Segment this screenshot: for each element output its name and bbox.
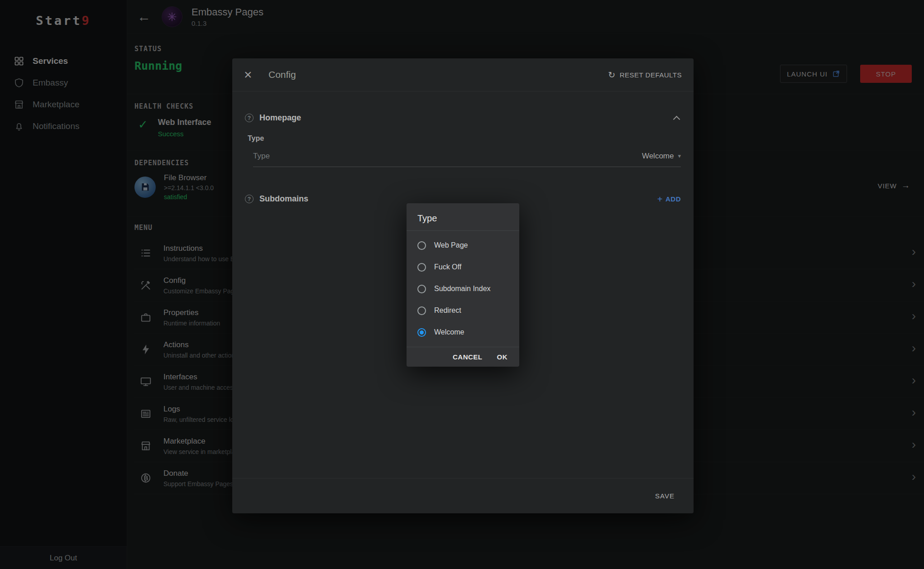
option-welcome[interactable]: Welcome bbox=[407, 321, 519, 343]
radio-icon bbox=[417, 306, 426, 315]
screen: Start9 Services Embassy Marketplace Noti… bbox=[0, 0, 924, 569]
type-options-list: Web Page Fuck Off Subdomain Index Redire… bbox=[407, 231, 519, 347]
option-label: Redirect bbox=[434, 306, 461, 315]
radio-icon bbox=[417, 285, 426, 293]
option-label: Subdomain Index bbox=[434, 285, 491, 293]
option-label: Web Page bbox=[434, 241, 468, 249]
option-fuck-off[interactable]: Fuck Off bbox=[407, 256, 519, 278]
type-dialog: Type Web Page Fuck Off Subdomain Index R… bbox=[407, 203, 519, 367]
option-label: Fuck Off bbox=[434, 263, 461, 271]
option-subdomain-index[interactable]: Subdomain Index bbox=[407, 278, 519, 300]
option-web-page[interactable]: Web Page bbox=[407, 234, 519, 256]
radio-icon bbox=[417, 328, 426, 337]
option-redirect[interactable]: Redirect bbox=[407, 300, 519, 321]
radio-icon bbox=[417, 241, 426, 250]
type-dialog-title: Type bbox=[417, 213, 508, 224]
type-dialog-footer: CANCEL OK bbox=[407, 347, 519, 367]
radio-icon bbox=[417, 263, 426, 272]
ok-button[interactable]: OK bbox=[497, 353, 508, 361]
type-dialog-header: Type bbox=[407, 203, 519, 231]
option-label: Welcome bbox=[434, 328, 464, 336]
cancel-button[interactable]: CANCEL bbox=[453, 353, 483, 361]
